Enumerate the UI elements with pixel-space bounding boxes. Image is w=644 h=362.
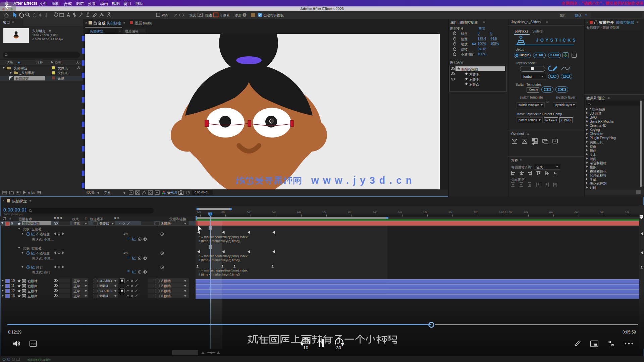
svg-text:自动打开面板: 自动打开面板 <box>264 13 284 17</box>
svg-text:描边: 描边 <box>205 13 212 17</box>
svg-text:30: 30 <box>336 345 341 350</box>
svg-text:填充: 填充 <box>189 13 196 17</box>
svg-text:3 像素: 3 像素 <box>220 13 230 17</box>
svg-text:对齐: 对齐 <box>162 13 168 17</box>
svg-text:添加: 添加 <box>235 13 241 17</box>
svg-text:8 fps: 8 fps <box>28 191 35 194</box>
svg-text:10: 10 <box>303 345 308 350</box>
svg-text:+: + <box>244 13 246 17</box>
svg-text:?: ? <box>199 13 201 17</box>
